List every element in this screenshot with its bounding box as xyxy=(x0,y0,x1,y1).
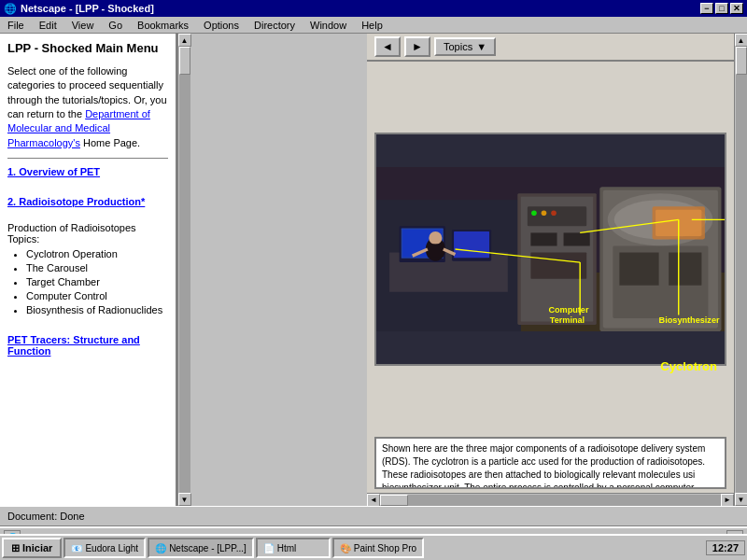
svg-rect-30 xyxy=(669,253,701,286)
start-label: Iniciar xyxy=(22,542,52,553)
close-button[interactable]: ✕ xyxy=(730,3,743,14)
svg-rect-19 xyxy=(564,232,590,245)
image-container: Computer Terminal Biosynthesizer Cyclotr… xyxy=(367,62,734,437)
sidebar-intro: Select one of the following categories t… xyxy=(7,64,168,150)
menu-window[interactable]: Window xyxy=(306,19,350,32)
menu-file[interactable]: File xyxy=(4,19,28,32)
sidebar-title: LPP - Shocked Main Menu xyxy=(7,41,168,57)
svg-rect-17 xyxy=(528,206,586,226)
menu-view[interactable]: View xyxy=(68,19,98,32)
windows-icon: ⊞ xyxy=(11,542,20,554)
sidebar: LPP - Shocked Main Menu Select one of th… xyxy=(0,34,177,506)
sidebar-link-suffix: Home Page. xyxy=(80,137,140,148)
vscroll-thumb[interactable] xyxy=(736,47,747,75)
svg-rect-20 xyxy=(530,253,586,279)
html-icon: 📄 xyxy=(263,543,275,553)
svg-point-23 xyxy=(551,210,557,216)
hscroll-left[interactable]: ◄ xyxy=(367,494,380,507)
svg-point-21 xyxy=(531,210,537,216)
paintshop-label: Paint Shop Pro xyxy=(354,543,416,553)
title-bar: 🌐 Netscape - [LPP - Shocked] − □ ✕ xyxy=(0,0,747,17)
sidebar-scrollbar[interactable]: ▲ ▼ xyxy=(177,34,190,506)
sidebar-scroll-track xyxy=(179,47,190,493)
maximize-button[interactable]: □ xyxy=(715,3,728,14)
minimize-button[interactable]: − xyxy=(700,3,713,14)
vscroll-down[interactable]: ▼ xyxy=(735,493,748,506)
menu-edit[interactable]: Edit xyxy=(35,19,61,32)
caption-text: Shown here are the three major component… xyxy=(382,443,718,489)
cyclotron-label: Cyclotron xyxy=(660,359,717,373)
sidebar-scroll-up[interactable]: ▲ xyxy=(178,34,191,47)
taskbar-netscape[interactable]: 🌐 Netscape - [LPP...] xyxy=(148,538,254,558)
topics-label: Topics xyxy=(444,41,472,52)
forward-button[interactable]: ► xyxy=(404,36,430,57)
topics-arrow-icon: ▼ xyxy=(476,41,486,52)
nav-bar: ◄ ► Topics ▼ xyxy=(367,34,734,62)
netscape-taskbar-icon: 🌐 xyxy=(155,543,166,553)
main-layout: LPP - Shocked Main Menu Select one of th… xyxy=(0,34,747,506)
menu-bookmarks[interactable]: Bookmarks xyxy=(134,19,192,32)
svg-rect-29 xyxy=(619,253,658,286)
vscroll-track xyxy=(736,47,747,493)
svg-rect-9 xyxy=(454,231,489,258)
netscape-label: Netscape - [LPP...] xyxy=(169,543,247,553)
menu-help[interactable]: Help xyxy=(358,19,387,32)
menu-directory[interactable]: Directory xyxy=(250,19,299,32)
list-item-carousel: The Carousel xyxy=(26,262,168,273)
sidebar-divider xyxy=(7,158,168,159)
menu-go[interactable]: Go xyxy=(105,19,126,32)
window-title: Netscape - [LPP - Shocked] xyxy=(21,3,154,14)
status-label: Document: Done xyxy=(7,511,85,522)
taskbar-html[interactable]: 📄 Html xyxy=(256,538,331,558)
vscroll-up[interactable]: ▲ xyxy=(735,34,748,47)
back-button[interactable]: ◄ xyxy=(374,36,401,57)
status-toolbar: Document: Done xyxy=(0,506,747,526)
scene-svg: Computer Terminal Biosynthesizer xyxy=(376,134,725,364)
svg-point-11 xyxy=(429,231,442,245)
caption-area: Shown here are the three major component… xyxy=(374,437,726,489)
hscroll-right[interactable]: ► xyxy=(721,494,734,507)
topics-button[interactable]: Topics ▼ xyxy=(434,37,496,56)
menu-options[interactable]: Options xyxy=(200,19,243,32)
html-label: Html xyxy=(277,543,297,553)
svg-point-22 xyxy=(542,210,547,216)
bottom-link[interactable]: PET Tracers: Structure and Function xyxy=(7,334,168,357)
paintshop-icon: 🎨 xyxy=(340,543,351,553)
nav-link-1[interactable]: 1. Overview of PET xyxy=(7,166,168,177)
hscroll-track xyxy=(380,495,721,506)
eudora-label: Eudora Light xyxy=(85,543,138,553)
taskbar-paintshop[interactable]: 🎨 Paint Shop Pro xyxy=(332,538,424,558)
svg-text:Computer: Computer xyxy=(548,305,589,315)
sidebar-scroll-down[interactable]: ▼ xyxy=(178,493,191,506)
list-item-computer: Computer Control xyxy=(26,290,168,301)
eudora-icon: 📧 xyxy=(71,543,82,553)
taskbar-eudora[interactable]: 📧 Eudora Light xyxy=(63,538,146,558)
content-hscrollbar[interactable]: ◄ ► xyxy=(367,493,734,506)
content-area: ◄ ► Topics ▼ xyxy=(367,34,734,506)
start-button[interactable]: ⊞ Iniciar xyxy=(2,538,62,558)
svg-text:Terminal: Terminal xyxy=(550,315,585,325)
svg-text:Biosynthesizer: Biosynthesizer xyxy=(659,315,720,325)
svg-rect-12 xyxy=(428,244,444,257)
menu-bar: File Edit View Go Bookmarks Options Dire… xyxy=(0,17,747,34)
sidebar-scroll-thumb[interactable] xyxy=(179,47,190,75)
sidebar-section-title: Production of Radioisotopes Topics: xyxy=(7,222,168,245)
content-vscrollbar[interactable]: ▲ ▼ xyxy=(734,34,747,506)
hscroll-thumb[interactable] xyxy=(380,495,408,506)
list-item-cyclotron: Cyclotron Operation xyxy=(26,248,168,259)
app-icon: 🌐 xyxy=(4,3,17,15)
main-image: Computer Terminal Biosynthesizer xyxy=(374,133,726,366)
sidebar-topics-list: Cyclotron Operation The Carousel Target … xyxy=(7,248,168,315)
taskbar: ⊞ Iniciar 📧 Eudora Light 🌐 Netscape - [L… xyxy=(0,534,747,560)
nav-link-2[interactable]: 2. Radioisotope Production* xyxy=(7,196,168,207)
list-item-biosynthesis: Biosynthesis of Radionuclides xyxy=(26,304,168,315)
clock: 12:27 xyxy=(706,540,745,555)
svg-rect-18 xyxy=(530,232,557,245)
list-item-target: Target Chamber xyxy=(26,276,168,287)
